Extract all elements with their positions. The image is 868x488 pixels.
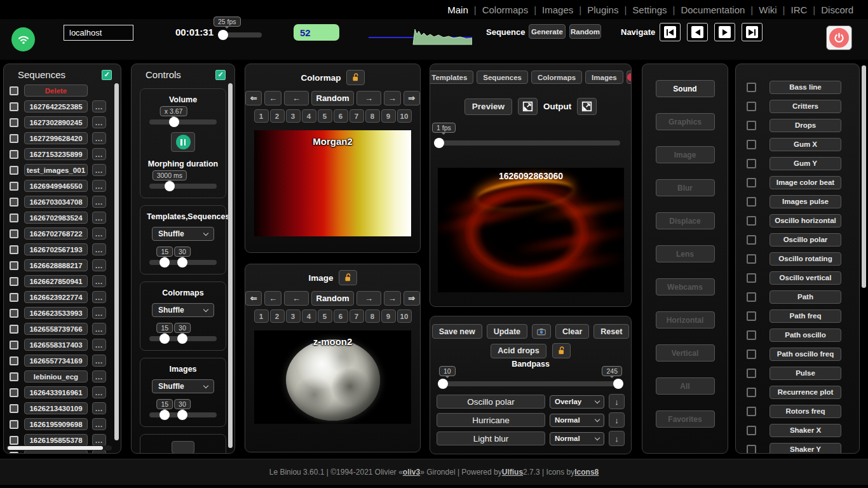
nav-link[interactable]: Wiki: [753, 4, 782, 15]
plugin-button[interactable]: Image color beat: [770, 176, 841, 189]
sequence-checkbox[interactable]: [10, 182, 18, 191]
nav-link[interactable]: Documentation: [675, 4, 750, 15]
category-button[interactable]: Blur: [656, 179, 715, 196]
slider-thumb[interactable]: [218, 30, 228, 40]
slider-thumb-min[interactable]: [159, 334, 170, 344]
power-button[interactable]: [826, 25, 852, 50]
colormap-page-button[interactable]: 8: [365, 109, 380, 123]
slider-thumb[interactable]: [434, 138, 444, 148]
previous-sequence-button[interactable]: [687, 23, 708, 41]
category-button[interactable]: Sound: [656, 80, 715, 97]
sequences-horizontal-scrollbar[interactable]: [6, 445, 112, 451]
sequence-checkbox[interactable]: [10, 293, 18, 302]
last-sequence-button[interactable]: [742, 23, 763, 41]
group-mode-select[interactable]: Shuffle: [152, 227, 214, 241]
update-button[interactable]: Update: [487, 324, 527, 339]
window-scrollbar[interactable]: [862, 65, 866, 288]
image-page-button[interactable]: 1: [254, 309, 269, 323]
sequence-select-button[interactable]: 1627299628420: [24, 132, 88, 144]
sequence-checkbox[interactable]: [10, 118, 18, 127]
sequence-checkbox[interactable]: [10, 372, 18, 381]
workspace-tab[interactable]: Templates: [430, 71, 473, 84]
category-button[interactable]: All: [656, 377, 715, 395]
slider-thumb[interactable]: [169, 117, 179, 127]
nav-link[interactable]: Settings: [627, 4, 672, 15]
sequence-select-button[interactable]: lebiniou_ecg: [24, 370, 88, 383]
sequence-options-button[interactable]: ...: [92, 418, 106, 430]
move-down-button[interactable]: ↓: [609, 431, 625, 446]
sequence-checkbox[interactable]: [10, 388, 18, 397]
connection-status-button[interactable]: [11, 27, 35, 51]
clear-button[interactable]: Clear: [555, 324, 589, 339]
sequences-enabled-checkbox[interactable]: ✓: [102, 70, 112, 80]
plugin-button[interactable]: Oscillo polar: [770, 233, 841, 247]
plugin-checkbox[interactable]: [747, 445, 756, 454]
volume-slider[interactable]: [149, 119, 217, 125]
sequence-options-button[interactable]: ...: [92, 339, 106, 351]
sequence-checkbox[interactable]: [10, 436, 18, 445]
image-page-button[interactable]: 4: [302, 309, 316, 323]
preview-fullscreen-button[interactable]: [518, 98, 538, 115]
random-sequence-button[interactable]: Random: [569, 24, 601, 39]
slider-thumb-min[interactable]: [159, 410, 170, 420]
sequence-options-button[interactable]: ...: [92, 243, 106, 255]
plugin-checkbox[interactable]: [747, 388, 756, 397]
next-sequence-button[interactable]: [714, 23, 735, 41]
sequence-checkbox[interactable]: [10, 277, 18, 286]
scrollbar-thumb[interactable]: [8, 446, 103, 450]
sequence-options-button[interactable]: ...: [92, 386, 106, 398]
sequence-options-button[interactable]: ...: [92, 434, 106, 446]
plugin-button[interactable]: Path oscillo: [770, 329, 841, 342]
image-page-button[interactable]: 5: [318, 309, 332, 323]
image-page-button[interactable]: 8: [365, 309, 380, 323]
sequence-select-button[interactable]: 1626628888217: [24, 259, 88, 271]
sequence-options-button[interactable]: ...: [92, 227, 106, 240]
plugin-checkbox[interactable]: [747, 83, 756, 92]
sequence-options-button[interactable]: ...: [92, 370, 106, 383]
sequence-select-button[interactable]: 1626433916961: [24, 386, 88, 398]
sequence-select-button[interactable]: 1626702983524: [24, 212, 88, 224]
first-sequence-button[interactable]: [660, 23, 681, 41]
colormap-page-button[interactable]: 3: [286, 109, 301, 123]
colormap-random-button[interactable]: Random: [311, 91, 354, 105]
plugin-button[interactable]: Path freq: [770, 309, 841, 323]
colormap-page-button[interactable]: 6: [334, 109, 348, 123]
sequence-select-button[interactable]: 1626195909698: [24, 418, 88, 430]
plugin-checkbox[interactable]: [747, 311, 756, 321]
sequence-checkbox[interactable]: [10, 150, 18, 159]
plugin-button[interactable]: Oscillo rotating: [770, 252, 841, 266]
colormap-next-button[interactable]: →: [356, 91, 381, 105]
nav-link[interactable]: IRC: [785, 4, 813, 15]
active-plugin-button[interactable]: Oscillo polar: [437, 395, 545, 409]
sequence-options-button[interactable]: ...: [92, 148, 106, 160]
sequence-checkbox[interactable]: [10, 404, 18, 413]
image-page-button[interactable]: 3: [286, 309, 301, 323]
reset-button[interactable]: Reset: [593, 324, 629, 339]
generate-button[interactable]: Generate: [529, 24, 566, 39]
colormap-preview[interactable]: Morgan2: [254, 130, 411, 236]
sequence-select-button[interactable]: 1626213430109: [24, 402, 88, 414]
plugin-button[interactable]: Pulse: [770, 367, 841, 380]
plugin-checkbox[interactable]: [747, 349, 756, 359]
plugin-button[interactable]: Recurrence plot: [770, 386, 841, 399]
plugin-button[interactable]: Rotors freq: [770, 405, 841, 418]
nav-link[interactable]: Main: [442, 4, 474, 15]
sequence-checkbox[interactable]: [10, 198, 18, 207]
category-button[interactable]: Lens: [656, 245, 715, 262]
delete-button[interactable]: Delete: [24, 85, 88, 97]
sequence-checkbox[interactable]: [10, 229, 18, 238]
plugin-checkbox[interactable]: [747, 197, 756, 207]
plugin-checkbox[interactable]: [747, 292, 756, 302]
plugin-checkbox[interactable]: [747, 178, 756, 187]
colormap-page-button[interactable]: 9: [381, 109, 396, 123]
select-all-checkbox[interactable]: [10, 86, 18, 95]
sequence-checkbox[interactable]: [10, 325, 18, 334]
colormap-lock-button[interactable]: [346, 70, 365, 85]
plugin-checkbox[interactable]: [747, 235, 756, 245]
sequence-checkbox[interactable]: [10, 356, 18, 365]
slider-thumb-max[interactable]: [177, 257, 187, 268]
icons8-link[interactable]: Icons8: [574, 468, 599, 477]
sequence-checkbox[interactable]: [10, 134, 18, 143]
colormap-fast-next-button[interactable]: →: [384, 91, 400, 105]
sequence-checkbox[interactable]: [10, 102, 18, 111]
